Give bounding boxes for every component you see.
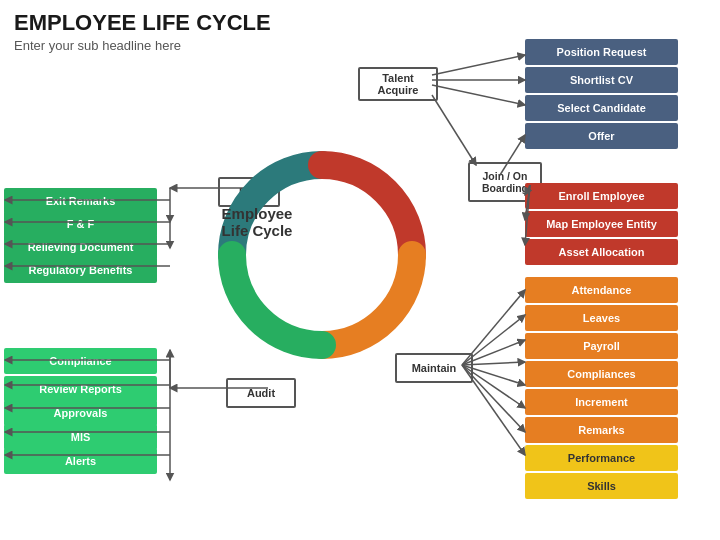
main-title: EMPLOYEE LIFE CYCLE	[14, 10, 271, 36]
audit-node: Audit	[226, 378, 296, 408]
left-box-regulatory-benefits: Regulatory Benefits	[4, 257, 157, 283]
svg-line-0	[432, 55, 525, 75]
svg-line-2	[432, 85, 525, 105]
right-box-performance: Performance	[525, 445, 678, 471]
right-box-attendance: Attendance	[525, 277, 678, 303]
right-box-select-candidate: Select Candidate	[525, 95, 678, 121]
left-box-review-reports: Review Reports	[4, 376, 157, 402]
right-box-leaves: Leaves	[525, 305, 678, 331]
svg-line-4	[432, 95, 476, 165]
talent-acquire-node: Talent Acquire	[358, 67, 438, 101]
right-box-position-request: Position Request	[525, 39, 678, 65]
right-box-skills: Skills	[525, 473, 678, 499]
right-box-compliances: Compliances	[525, 361, 678, 387]
left-box-approvals: Approvals	[4, 400, 157, 426]
right-box-map-employee-entity: Map Employee Entity	[525, 211, 678, 237]
right-box-shortlist-cv: Shortlist CV	[525, 67, 678, 93]
right-box-asset-allocation: Asset Allocation	[525, 239, 678, 265]
right-box-remarks: Remarks	[525, 417, 678, 443]
right-box-increment: Increment	[525, 389, 678, 415]
left-box-alerts: Alerts	[4, 448, 157, 474]
left-box-mis: MIS	[4, 424, 157, 450]
right-box-offer: Offer	[525, 123, 678, 149]
left-box-compliance: Compliance	[4, 348, 157, 374]
right-box-enroll-employee: Enroll Employee	[525, 183, 678, 209]
right-box-payroll: Payroll	[525, 333, 678, 359]
sub-title: Enter your sub headline here	[14, 38, 181, 53]
